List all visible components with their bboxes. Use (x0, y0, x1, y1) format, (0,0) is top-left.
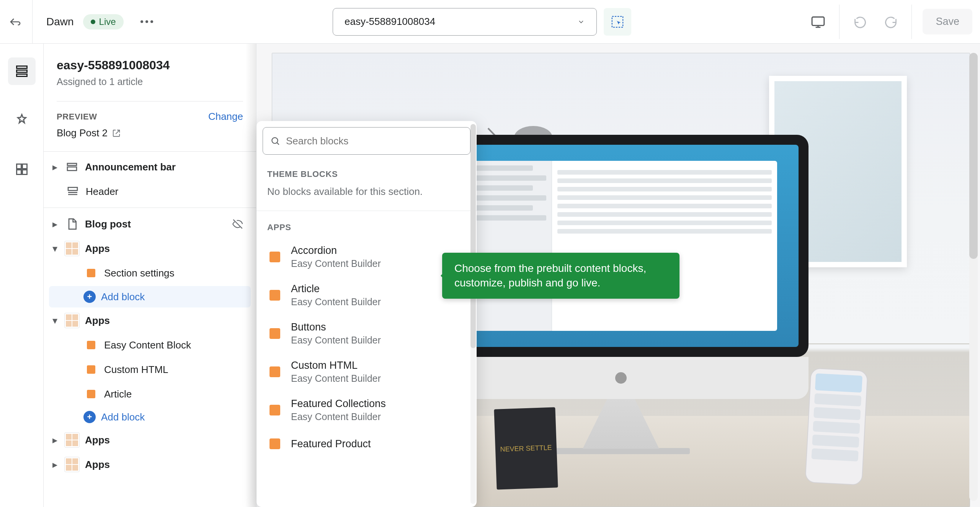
expand-caret-icon[interactable]: ▸ (51, 434, 59, 446)
preview-resource-link[interactable]: Blog Post 2 (44, 124, 256, 146)
section-apps-1[interactable]: ▾ Apps (44, 236, 256, 261)
divider (57, 101, 243, 101)
apps-section-icon (64, 313, 80, 328)
block-option-subtitle: Easy Content Builder (291, 373, 381, 384)
collapse-caret-icon[interactable]: ▾ (51, 243, 59, 255)
add-block-label: Add block (101, 411, 145, 423)
chevron-down-icon (577, 18, 585, 26)
block-option-featured-product[interactable]: Featured Product (256, 429, 477, 453)
svg-rect-9 (67, 164, 77, 165)
block-article[interactable]: Article (44, 382, 256, 406)
svg-rect-8 (22, 170, 27, 175)
block-option-subtitle: Easy Content Builder (291, 411, 386, 422)
svg-point-13 (272, 137, 278, 143)
block-easy-content-block[interactable]: Easy Content Block (44, 333, 256, 357)
expand-caret-icon[interactable]: ▸ (51, 161, 59, 173)
header-icon (65, 184, 80, 199)
apple-logo-icon (615, 372, 627, 384)
block-option-custom-html[interactable]: Custom HTML Easy Content Builder (256, 353, 477, 391)
visibility-hidden-icon[interactable] (232, 219, 243, 229)
app-block-icon (267, 364, 283, 379)
app-block-icon (83, 386, 99, 402)
section-label: Blog post (85, 218, 131, 230)
svg-rect-6 (22, 164, 27, 169)
app-block-icon (83, 265, 99, 281)
block-label: Easy Content Block (104, 339, 191, 351)
expand-caret-icon[interactable]: ▸ (51, 459, 59, 471)
block-option-title: Accordion (291, 245, 381, 257)
section-label: Apps (85, 434, 110, 446)
section-label: Apps (85, 459, 110, 471)
preview-scrollbar-thumb[interactable] (969, 53, 978, 259)
block-option-title: Custom HTML (291, 360, 381, 371)
expand-caret-icon[interactable]: ▸ (51, 218, 59, 230)
add-block-button[interactable]: + Add block (44, 406, 256, 428)
block-search-input[interactable] (263, 127, 470, 155)
block-option-subtitle: Easy Content Builder (291, 258, 381, 269)
section-header[interactable]: Header (44, 179, 256, 204)
block-option-title: Article (291, 283, 381, 295)
section-label: Header (86, 186, 118, 198)
section-blog-post[interactable]: ▸ Blog post (44, 212, 256, 236)
device-preview-button[interactable] (808, 11, 828, 32)
blog-post-icon (64, 216, 80, 232)
notebook-illustration: NEVER SETTLE (494, 407, 558, 489)
app-block-icon (83, 337, 99, 353)
theme-settings-panel-button[interactable] (8, 106, 36, 134)
topbar-right: Save (808, 5, 972, 39)
svg-rect-7 (16, 170, 21, 175)
apps-section-icon (64, 457, 80, 472)
block-option-buttons[interactable]: Buttons Easy Content Builder (256, 314, 477, 353)
sections-sidebar: easy-558891008034 Assigned to 1 article … (44, 44, 256, 507)
undo-button[interactable] (850, 12, 870, 32)
template-subtitle: Assigned to 1 article (57, 76, 243, 87)
section-apps-4[interactable]: ▸ Apps (44, 452, 256, 477)
theme-actions-menu-button[interactable] (137, 17, 156, 26)
section-apps-3[interactable]: ▸ Apps (44, 428, 256, 452)
svg-rect-10 (67, 167, 77, 170)
app-block-icon (267, 288, 283, 303)
block-label: Article (104, 388, 132, 400)
left-nav-rail (0, 44, 44, 507)
preview-resource-text: Blog Post 2 (57, 127, 108, 139)
add-block-button-active[interactable]: + Add block (49, 286, 251, 307)
app-embeds-panel-button[interactable] (8, 155, 36, 183)
svg-rect-2 (16, 66, 27, 69)
sections-tree: ▸ Announcement bar Header ▸ Blog post (44, 152, 256, 480)
theme-name-label: Dawn (46, 16, 74, 28)
change-preview-link[interactable]: Change (208, 111, 243, 123)
redo-button[interactable] (881, 12, 901, 32)
block-option-title: Buttons (291, 321, 381, 333)
plus-circle-icon: + (83, 291, 96, 303)
svg-rect-11 (68, 187, 77, 190)
block-option-subtitle: Easy Content Builder (291, 335, 381, 346)
app-block-icon (267, 402, 283, 418)
sidebar-header: easy-558891008034 Assigned to 1 article (44, 44, 256, 96)
inspector-toggle-button[interactable] (604, 8, 631, 36)
block-option-title: Featured Product (291, 438, 371, 450)
section-label: Apps (85, 315, 110, 327)
block-option-featured-collections[interactable]: Featured Collections Easy Content Builde… (256, 391, 477, 429)
collapse-caret-icon[interactable]: ▾ (51, 315, 59, 327)
app-block-icon (83, 362, 99, 377)
sections-panel-button[interactable] (8, 57, 36, 85)
divider (256, 211, 477, 211)
template-selector-dropdown[interactable]: easy-558891008034 (333, 8, 597, 36)
section-announcement-bar[interactable]: ▸ Announcement bar (44, 155, 256, 179)
phone-illustration (805, 368, 868, 485)
section-layout-icon (64, 159, 80, 175)
divider (911, 5, 912, 39)
block-section-settings[interactable]: Section settings (44, 261, 256, 285)
preview-scrollbar-track[interactable] (969, 53, 978, 501)
svg-rect-5 (16, 164, 21, 169)
app-block-icon (267, 249, 283, 265)
popover-scrollbar-thumb[interactable] (470, 124, 476, 348)
template-selector-value: easy-558891008034 (345, 16, 435, 28)
tooltip-text: Choose from the prebuilt content blocks,… (454, 262, 646, 289)
block-custom-html[interactable]: Custom HTML (44, 357, 256, 382)
svg-rect-3 (16, 70, 27, 72)
exit-editor-button[interactable] (8, 14, 23, 29)
section-apps-2[interactable]: ▾ Apps (44, 308, 256, 333)
save-button[interactable]: Save (923, 9, 972, 34)
block-picker-popover: Theme blocks No blocks available for thi… (256, 121, 477, 507)
